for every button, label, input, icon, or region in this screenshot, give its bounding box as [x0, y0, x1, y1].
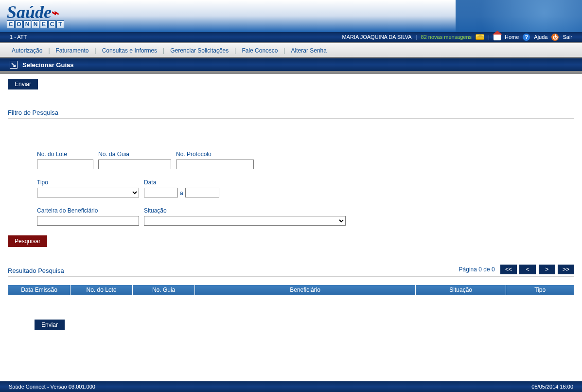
arrow-down-right-icon: ↘: [10, 61, 18, 69]
user-name: MARIA JOAQUINA DA SILVA: [342, 34, 411, 40]
filter-row-2: Tipo Data a: [8, 179, 574, 197]
topbar: 1 - ATT MARIA JOAQUINA DA SILVA | 82 nov…: [0, 32, 582, 42]
footer-datetime: 08/05/2014 16:00: [531, 384, 573, 390]
filter-row-1: No. do Lote No. da Guia No. Protocolo: [8, 151, 574, 169]
select-tipo[interactable]: [37, 188, 139, 197]
menu-autorizacao[interactable]: Autorização: [6, 47, 48, 54]
app-sublogo: CONNECT: [7, 20, 64, 28]
pulse-icon: ⌁: [52, 5, 59, 20]
input-guia[interactable]: [98, 160, 171, 169]
menu-fale-conosco[interactable]: Fale Conosco: [236, 47, 283, 54]
col-beneficiario: Beneficiário: [195, 285, 416, 295]
help-link[interactable]: Ajuda: [534, 34, 547, 40]
menu-alterar-senha[interactable]: Alterar Senha: [285, 47, 333, 54]
divider-results: [8, 276, 574, 277]
banner-graphic: [456, 0, 582, 32]
menu-gerenciar[interactable]: Gerenciar Solicitações: [164, 47, 234, 54]
results-section-title: Resultado Pesquisa: [8, 267, 64, 274]
page-title: Selecionar Guias: [22, 61, 74, 69]
menubar: Autorização | Faturamento | Consultas e …: [0, 43, 582, 57]
messages-link[interactable]: 82 novas mensagens: [421, 34, 472, 40]
col-data-emissao: Data Emissão: [8, 285, 71, 295]
label-guia: No. da Guia: [98, 151, 171, 158]
pager-last-button[interactable]: >>: [558, 265, 574, 274]
menu-consultas[interactable]: Consultas e Informes: [96, 47, 163, 54]
input-protocolo[interactable]: [176, 160, 254, 169]
footer-version: Saúde Connect - Versão 03.001.000: [9, 384, 95, 390]
input-data-de[interactable]: [144, 188, 178, 197]
content: Enviar Filtro de Pesquisa No. do Lote No…: [0, 74, 582, 340]
pager-first-button[interactable]: <<: [500, 265, 517, 274]
results-table: Data Emissão No. do Lote No. Guia Benefi…: [8, 285, 574, 295]
filter-section-title: Filtro de Pesquisa: [8, 109, 574, 116]
banner: Saúde⌁ CONNECT: [0, 0, 582, 32]
messages-count: 82 novas mensagens: [421, 34, 472, 40]
context-label: 1 - ATT: [10, 34, 27, 40]
col-guia: No. Guia: [133, 285, 195, 295]
col-tipo: Tipo: [506, 285, 574, 295]
menubar-wrap: Autorização | Faturamento | Consultas e …: [0, 42, 582, 58]
label-lote: No. do Lote: [37, 151, 93, 158]
label-data-sep: a: [178, 190, 185, 197]
filter-row-3: Carteira do Beneficiário Situação: [8, 207, 574, 226]
pager-text: Página 0 de 0: [459, 266, 495, 273]
enviar-bottom-button[interactable]: Enviar: [35, 320, 65, 330]
col-situacao: Situação: [416, 285, 506, 295]
home-icon[interactable]: [494, 34, 501, 40]
input-data-ate[interactable]: [185, 188, 219, 197]
label-data: Data: [144, 179, 219, 186]
label-tipo: Tipo: [37, 179, 139, 186]
label-carteira: Carteira do Beneficiário: [37, 207, 139, 214]
mail-icon[interactable]: [476, 34, 484, 40]
pager-prev-button[interactable]: <: [519, 265, 536, 274]
divider: [8, 118, 574, 119]
pesquisar-button[interactable]: Pesquisar: [8, 235, 47, 247]
input-carteira[interactable]: [37, 216, 139, 226]
home-link[interactable]: Home: [505, 34, 519, 40]
table-header-row: Data Emissão No. do Lote No. Guia Benefi…: [8, 285, 574, 295]
results-header: Resultado Pesquisa Página 0 de 0 << < > …: [8, 265, 574, 274]
col-lote: No. do Lote: [71, 285, 133, 295]
label-situacao: Situação: [144, 207, 346, 214]
exit-link[interactable]: Sair: [563, 34, 572, 40]
help-icon[interactable]: ?: [523, 34, 530, 41]
page-title-bar: ↘ Selecionar Guias: [0, 58, 582, 71]
footer: Saúde Connect - Versão 03.001.000 08/05/…: [0, 381, 582, 392]
input-lote[interactable]: [37, 160, 93, 169]
label-protocolo: No. Protocolo: [176, 151, 254, 158]
exit-icon[interactable]: ⏻: [551, 34, 559, 41]
menu-faturamento[interactable]: Faturamento: [50, 47, 95, 54]
app-logo: Saúde⌁: [7, 2, 59, 22]
logo-text: Saúde: [7, 2, 52, 22]
select-situacao[interactable]: [144, 216, 346, 226]
enviar-top-button[interactable]: Enviar: [8, 79, 38, 89]
pager-next-button[interactable]: >: [539, 265, 555, 274]
